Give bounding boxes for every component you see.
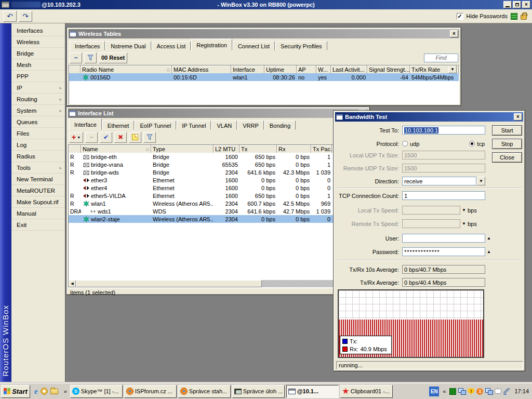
- flags-column-header[interactable]: [69, 65, 81, 73]
- hide-passwords-checkbox[interactable]: ✓: [457, 13, 463, 20]
- internet-explorer-icon[interactable]: e: [34, 387, 38, 396]
- sidebar-item-manual[interactable]: Manual: [11, 208, 65, 219]
- disable-button[interactable]: ✖: [114, 132, 127, 143]
- sidebar-item-ip[interactable]: IP▸: [11, 82, 65, 94]
- interface-list-titlebar[interactable]: Interface List ×: [68, 109, 368, 118]
- scrollbar-thumb[interactable]: [76, 280, 262, 287]
- user-input[interactable]: [402, 234, 485, 243]
- down-arrow-icon[interactable]: ▼: [462, 208, 466, 212]
- bandwidth-test-titlebar[interactable]: Bandwidth Test ×: [335, 112, 523, 122]
- local-udp-size-input[interactable]: 1500: [402, 151, 485, 159]
- sidebar-item-routing[interactable]: Routing▸: [11, 94, 65, 105]
- folder-icon[interactable]: [50, 389, 58, 394]
- lan-connection-icon-2[interactable]: [485, 388, 493, 394]
- network-activity-grid-icon[interactable]: [449, 388, 456, 395]
- name-column-header[interactable]: Name△: [81, 145, 151, 153]
- sidebar-item-radius[interactable]: Radius: [11, 151, 65, 162]
- sidebar-item-metarouter[interactable]: MetaROUTER: [11, 185, 65, 196]
- task-winbox[interactable]: @10.1...: [286, 385, 339, 398]
- mac-address-column-header[interactable]: MAC Address: [172, 65, 231, 73]
- down-arrow-icon[interactable]: ▼: [462, 221, 466, 226]
- up-arrow-icon[interactable]: ▲: [487, 236, 491, 241]
- tab-interfaces[interactable]: Interfaces: [70, 41, 105, 50]
- enable-button[interactable]: ✔: [100, 132, 112, 143]
- tab-eoip-tunnel[interactable]: EoIP Tunnel: [135, 121, 176, 130]
- horizontal-scrollbar[interactable]: ◀: [69, 280, 367, 287]
- tab-interface[interactable]: Interface: [69, 118, 102, 130]
- task-clipboard[interactable]: Clipboard01 -...: [340, 385, 393, 398]
- tx-packet-column-header[interactable]: Tx Pac...: [311, 145, 332, 153]
- start-button[interactable]: Start: [492, 125, 522, 136]
- quick-launch-overflow-chevron[interactable]: »: [62, 388, 69, 394]
- interface-row-bridge-wds[interactable]: R bridge-wds Bridge 2304 641.6 kbps 42.3…: [69, 168, 367, 176]
- signal-strength-column-header[interactable]: Signal Strengt...: [367, 65, 410, 73]
- tab-bonding[interactable]: Bonding: [264, 121, 296, 130]
- last-activity-column-header[interactable]: Last Activit...: [331, 65, 367, 73]
- restore-button[interactable]: [513, 1, 521, 8]
- sidebar-item-exit[interactable]: Exit: [11, 219, 65, 231]
- ap-column-header[interactable]: AP: [297, 65, 316, 73]
- l2mtu-column-header[interactable]: L2 MTU: [214, 145, 240, 153]
- tab-connect-list[interactable]: Connect List: [233, 41, 275, 50]
- rx-column-header[interactable]: Rx: [277, 145, 311, 153]
- messenger-bubble-icon[interactable]: [495, 389, 501, 394]
- sidebar-item-queues[interactable]: Queues: [11, 116, 65, 128]
- remove-entry-button[interactable]: −: [70, 52, 82, 63]
- updates-badge-icon[interactable]: 1: [476, 388, 483, 395]
- reset-counters-button[interactable]: 00 Reset: [99, 52, 127, 63]
- test-to-input[interactable]: 10.103.180.1: [402, 126, 485, 135]
- add-interface-button[interactable]: +▼: [69, 132, 83, 143]
- sidebar-item-interfaces[interactable]: Interfaces: [11, 25, 65, 36]
- tray-collapse-chevron[interactable]: «: [441, 388, 447, 394]
- tab-security-profiles[interactable]: Security Profiles: [275, 41, 327, 50]
- txrx-rate-column-header[interactable]: Tx/Rx Rate▼: [410, 65, 459, 73]
- scroll-left-button[interactable]: ◀: [69, 280, 76, 287]
- interface-row-ether5-vilda[interactable]: R ether5-VILDA Ethernet 1600 650 bps 0 b…: [69, 192, 367, 200]
- filter-button[interactable]: [143, 132, 156, 143]
- utility-tool-icon[interactable]: [503, 388, 510, 395]
- find-input[interactable]: Find: [424, 54, 458, 62]
- password-input[interactable]: *************: [402, 247, 485, 256]
- sidebar-item-system[interactable]: System▸: [11, 105, 65, 116]
- start-button[interactable]: Start: [1, 385, 30, 398]
- tab-ip-tunnel[interactable]: IP Tunnel: [177, 121, 211, 130]
- undo-button[interactable]: ↶: [3, 11, 17, 22]
- filter-button[interactable]: [84, 52, 97, 63]
- remote-tx-speed-input[interactable]: [402, 219, 460, 228]
- minimize-button[interactable]: [503, 1, 512, 8]
- tx-column-header[interactable]: Tx: [240, 145, 277, 153]
- tab-vlan[interactable]: VLAN: [211, 121, 237, 130]
- interface-row-ether3[interactable]: ether3 Ethernet 1600 0 bps 0 bps 0: [69, 176, 367, 184]
- sidebar-item-wireless[interactable]: Wireless: [11, 36, 65, 48]
- sidebar-item-ppp[interactable]: PPP: [11, 71, 65, 82]
- close-button[interactable]: ×: [522, 1, 530, 8]
- radio-name-column-header[interactable]: Radio Name△: [81, 65, 172, 73]
- interface-row-bridge-eth[interactable]: R bridge-eth Bridge 1600 650 bps 0 bps 1: [69, 153, 367, 161]
- task-task-manager[interactable]: Správce úloh ...: [232, 385, 285, 398]
- column-chooser-dropdown[interactable]: ▼: [448, 65, 457, 73]
- uptime-column-header[interactable]: Uptime: [264, 65, 297, 73]
- flags-column-header[interactable]: [69, 145, 81, 153]
- sidebar-item-log[interactable]: Log: [11, 139, 65, 151]
- sidebar-item-bridge[interactable]: Bridge: [11, 48, 65, 59]
- security-alert-shield-icon[interactable]: !: [468, 388, 474, 395]
- update-icon[interactable]: [41, 388, 48, 395]
- tab-vrrp[interactable]: VRRP: [237, 121, 264, 130]
- redo-button[interactable]: ↷: [19, 11, 32, 22]
- direction-select[interactable]: receive: [402, 177, 476, 185]
- tab-ethernet[interactable]: Ethernet: [102, 121, 135, 130]
- interface-row-wds1[interactable]: DRA wds1 WDS 2304 641.6 kbps 42.7 Mbps 1…: [69, 207, 367, 215]
- sidebar-item-files[interactable]: Files: [11, 128, 65, 139]
- tcp-connection-count-input[interactable]: 1: [402, 191, 485, 200]
- sidebar-item-new-terminal[interactable]: New Terminal: [11, 174, 65, 185]
- interface-row-ether4[interactable]: ether4 Ethernet 1600 0 bps 0 bps 0: [69, 184, 367, 192]
- sidebar-item-make-supout[interactable]: Make Supout.rif: [11, 196, 65, 208]
- task-skype[interactable]: SSkype™ [1] -...: [70, 385, 123, 398]
- interface-row-wlan1[interactable]: R wlan1 Wireless (Atheros AR5... 2304 60…: [69, 200, 367, 207]
- comment-button[interactable]: [129, 132, 141, 143]
- wireless-close-button[interactable]: ×: [450, 30, 458, 37]
- protocol-tcp-radio[interactable]: [469, 141, 475, 147]
- task-ispforum[interactable]: ISPforum.cz ...: [124, 385, 177, 398]
- interface-row-bridge-vrana[interactable]: R bridge-vrana Bridge 65535 650 bps 0 bp…: [69, 161, 367, 168]
- local-tx-speed-input[interactable]: [402, 206, 460, 215]
